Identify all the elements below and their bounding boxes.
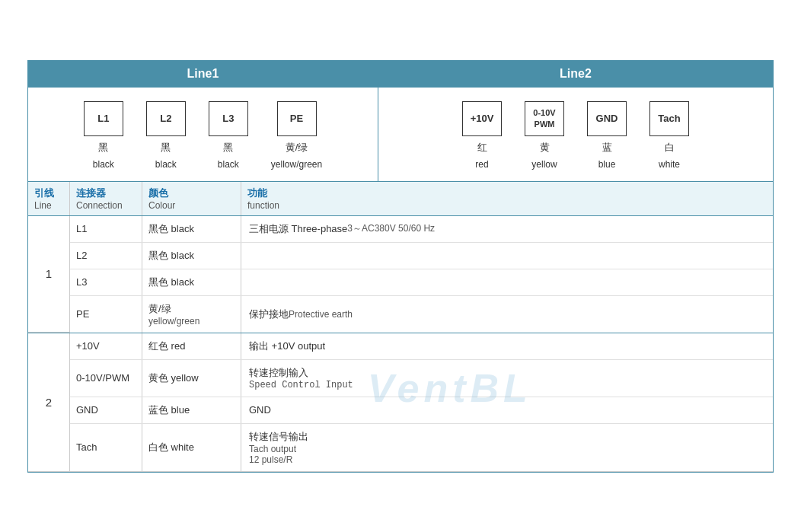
connector-l2-cn: 黑 — [161, 141, 171, 155]
colour-pe-en: yellow/green — [148, 316, 199, 327]
data-function-l2 — [241, 243, 773, 269]
header-row: Line1 Line2 — [28, 61, 773, 88]
th-colour-cn: 颜色 — [148, 187, 168, 199]
group-line-num-2: 2 — [28, 333, 70, 471]
func-cn-gnd2: GND — [249, 404, 271, 416]
connector-box-l3: L3 — [209, 101, 248, 136]
th-line-cn: 引线 — [34, 187, 54, 199]
data-function-tach: 转速信号输出 Tach output 12 pulse/R — [241, 424, 773, 471]
connector-l1: L1 黑 black — [84, 101, 123, 170]
data-function-pwm: 转速控制输入 Speed Control Input — [241, 360, 773, 397]
func-cn-pe: 保护接地 — [249, 307, 289, 321]
data-colour-l2: 黑色 black — [142, 243, 241, 269]
connector-pe-en: yellow/green — [271, 159, 322, 170]
data-colour-l3: 黑色 black — [142, 269, 241, 295]
th-function-cn: 功能 — [247, 187, 267, 199]
connector-l3-cn: 黑 — [223, 141, 233, 155]
data-table: 引线 Line 连接器 Connection 颜色 Colour 功能 func… — [28, 182, 773, 472]
colour-pe-cn: 黄/绿 — [148, 302, 171, 316]
connector-box-l2: L2 — [146, 101, 186, 136]
connector-l2-en: black — [155, 159, 177, 170]
data-group-1: 1 L1 黑色 black 三相电源 Three-phase 3～AC380V … — [28, 216, 773, 333]
table-row: Tach 白色 white 转速信号输出 Tach output 12 puls… — [70, 424, 773, 471]
connector-box-10v: +10V — [462, 101, 502, 136]
data-connection-pwm: 0-10V/PWM — [70, 360, 142, 397]
data-colour-gnd2: 蓝色 blue — [142, 397, 241, 423]
th-connection: 连接器 Connection — [70, 182, 142, 215]
th-colour-en: Colour — [148, 200, 235, 211]
th-line-en: Line — [34, 200, 63, 211]
connector-line1: L1 黑 black L2 黑 black L3 黑 black PE 黄/绿 … — [28, 88, 378, 181]
table-row: L2 黑色 black — [70, 243, 773, 269]
data-function-l1: 三相电源 Three-phase 3～AC380V 50/60 Hz — [241, 216, 773, 242]
table-row: +10V 红色 red 输出 +10V output — [70, 333, 773, 360]
table-header: 引线 Line 连接器 Connection 颜色 Colour 功能 func… — [28, 182, 773, 216]
connector-tach: Tach 白 white — [649, 101, 689, 170]
connector-line2: +10V 红 red 0-10VPWM 黄 yellow GND 蓝 blue … — [378, 88, 773, 181]
func-en-pwm: Speed Control Input — [249, 380, 353, 390]
func-en-pe: Protective earth — [289, 309, 353, 320]
th-connection-cn: 连接器 — [76, 187, 106, 199]
func-cn-tach: 转速信号输出 — [249, 430, 308, 444]
data-connection-gnd2: GND — [70, 397, 142, 423]
connector-box-tach: Tach — [649, 101, 689, 136]
th-colour: 颜色 Colour — [142, 182, 241, 215]
connector-l2: L2 黑 black — [146, 101, 186, 170]
connector-pwm: 0-10VPWM 黄 yellow — [525, 101, 564, 170]
connector-tach-en: white — [659, 159, 680, 170]
table-row: 0-10V/PWM 黄色 yellow 转速控制输入 Speed Control… — [70, 360, 773, 397]
connector-10v-en: red — [475, 159, 488, 170]
connector-pwm-en: yellow — [531, 159, 557, 170]
connector-gnd: GND 蓝 blue — [587, 101, 627, 170]
connector-l3-en: black — [218, 159, 239, 170]
connector-l3: L3 黑 black — [209, 101, 248, 170]
group-rows-1: L1 黑色 black 三相电源 Three-phase 3～AC380V 50… — [70, 216, 773, 333]
func-en-tach: Tach output — [249, 444, 296, 454]
table-row: L1 黑色 black 三相电源 Three-phase 3～AC380V 50… — [70, 216, 773, 243]
connector-gnd-en: blue — [598, 159, 616, 170]
data-colour-l1: 黑色 black — [142, 216, 241, 242]
group-line-num-1: 1 — [28, 216, 70, 333]
th-function-en: function — [247, 200, 767, 211]
data-function-10v: 输出 +10V output — [241, 333, 773, 359]
func-cn-pwm: 转速控制输入 — [249, 366, 308, 380]
th-connection-en: Connection — [76, 200, 136, 211]
data-connection-l3: L3 — [70, 269, 142, 295]
connector-l1-en: black — [93, 159, 114, 170]
connector-row: L1 黑 black L2 黑 black L3 黑 black PE 黄/绿 … — [28, 88, 773, 182]
connector-l1-cn: 黑 — [98, 141, 108, 155]
connector-tach-cn: 白 — [665, 141, 675, 155]
connector-box-l1: L1 — [84, 101, 123, 136]
main-table: Line1 Line2 L1 黑 black L2 黑 black L3 黑 b… — [27, 60, 774, 473]
data-colour-tach: 白色 white — [142, 424, 241, 471]
data-connection-l1: L1 — [70, 216, 142, 242]
group-rows-2: +10V 红色 red 输出 +10V output 0-10V/PWM 黄色 … — [70, 333, 773, 471]
func-extra-tach: 12 pulse/R — [249, 454, 292, 465]
data-function-pe: 保护接地 Protective earth — [241, 296, 773, 333]
table-row: L3 黑色 black — [70, 269, 773, 296]
data-function-l3 — [241, 269, 773, 295]
data-colour-10v: 红色 red — [142, 333, 241, 359]
connector-pe-cn: 黄/绿 — [286, 141, 308, 155]
connector-10v-cn: 红 — [477, 141, 487, 155]
data-group-2: 2 +10V 红色 red 输出 +10V output 0-10V/PWM 黄… — [28, 333, 773, 472]
th-line: 引线 Line — [28, 182, 70, 215]
connector-gnd-cn: 蓝 — [602, 141, 612, 155]
func-en-l1: 3～AC380V 50/60 Hz — [347, 222, 435, 235]
header-line1: Line1 — [28, 61, 378, 87]
func-cn-10v: 输出 +10V output — [249, 339, 325, 353]
table-row: PE 黄/绿 yellow/green 保护接地 Protective eart… — [70, 296, 773, 333]
connector-pe: PE 黄/绿 yellow/green — [271, 101, 322, 170]
data-connection-l2: L2 — [70, 243, 142, 269]
connector-box-gnd: GND — [587, 101, 627, 136]
connector-10v: +10V 红 red — [462, 101, 502, 170]
th-function: 功能 function — [241, 182, 773, 215]
data-function-gnd2: GND — [241, 397, 773, 423]
header-line2: Line2 — [378, 61, 773, 87]
table-row: GND 蓝色 blue GND — [70, 397, 773, 424]
connector-box-pwm: 0-10VPWM — [525, 101, 564, 136]
data-connection-10v: +10V — [70, 333, 142, 359]
data-colour-pwm: 黄色 yellow — [142, 360, 241, 397]
connector-pwm-cn: 黄 — [540, 141, 550, 155]
data-colour-pe: 黄/绿 yellow/green — [142, 296, 241, 333]
